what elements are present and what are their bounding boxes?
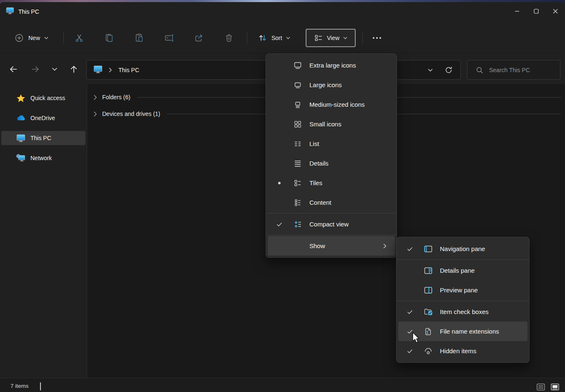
navigation-pane-icon — [422, 245, 435, 253]
menu-item-label: Navigation pane — [440, 245, 485, 252]
menu-item-show[interactable]: Show — [268, 236, 395, 256]
radio-selected-indicator — [268, 182, 291, 184]
menu-item-hidden-items[interactable]: Hidden items — [398, 341, 527, 361]
minimize-icon — [515, 9, 520, 14]
address-bar-actions — [421, 60, 458, 79]
menu-item-label: Large icons — [309, 81, 342, 88]
preview-pane-icon — [422, 286, 435, 294]
refresh-button[interactable] — [439, 62, 458, 78]
view-button-label: View — [327, 35, 339, 41]
large-icons-icon — [291, 81, 304, 89]
monitor-icon — [16, 134, 25, 142]
search-icon — [476, 66, 483, 74]
sidebar-item-label: OneDrive — [30, 115, 55, 121]
sidebar-item-network[interactable]: Network — [1, 151, 85, 165]
chevron-down-icon — [427, 67, 434, 73]
address-dropdown-button[interactable] — [421, 62, 439, 78]
star-icon — [16, 94, 25, 103]
submenu-chevron-icon — [382, 243, 387, 249]
menu-item-item-check-boxes[interactable]: Item check boxes — [398, 302, 527, 322]
details-view-icon — [536, 383, 545, 391]
up-arrow-icon — [69, 64, 79, 74]
menu-item-label: Hidden items — [440, 347, 477, 354]
menu-item-content[interactable]: Content — [268, 193, 395, 212]
toolbar-separator — [247, 32, 247, 44]
menu-item-list[interactable]: List — [268, 134, 395, 153]
menu-item-tiles[interactable]: Tiles — [268, 173, 395, 193]
copy-button[interactable] — [101, 30, 118, 46]
menu-item-compact-view[interactable]: Compact view — [268, 214, 395, 234]
bullet-icon — [278, 182, 281, 184]
maximize-icon — [534, 9, 539, 14]
search-input[interactable] — [489, 67, 552, 73]
menu-item-details[interactable]: Details — [268, 153, 395, 173]
menu-item-label: Compact view — [309, 221, 349, 228]
group-label[interactable]: Folders (6) — [102, 94, 131, 101]
titlebar: This PC — [0, 2, 565, 20]
new-button-label: New — [28, 35, 40, 41]
menu-item-label: File name extensions — [440, 328, 499, 335]
collapse-chevron-icon[interactable] — [93, 111, 98, 117]
hidden-items-icon — [422, 347, 435, 355]
menu-item-large-icons[interactable]: Large icons — [268, 75, 395, 95]
minimize-button[interactable] — [507, 2, 527, 20]
sidebar-item-onedrive[interactable]: OneDrive — [1, 111, 85, 125]
sort-button[interactable]: Sort — [254, 30, 294, 46]
this-pc-window-icon — [6, 7, 14, 16]
onedrive-cloud-icon — [16, 114, 25, 122]
group-label[interactable]: Devices and drives (1) — [102, 111, 160, 117]
menu-item-label: Preview pane — [440, 286, 478, 294]
paste-icon — [134, 33, 144, 43]
menu-separator — [397, 301, 529, 301]
new-button[interactable]: New — [10, 30, 53, 46]
chevron-down-icon — [51, 65, 58, 73]
collapse-chevron-icon[interactable] — [93, 95, 98, 100]
sidebar-item-quick-access[interactable]: Quick access — [1, 91, 85, 105]
sidebar-item-this-pc[interactable]: This PC — [1, 131, 85, 145]
menu-item-small-icons[interactable]: Small icons — [268, 114, 395, 134]
close-button[interactable] — [546, 2, 565, 20]
menu-separator — [266, 235, 397, 235]
copy-icon — [104, 33, 114, 43]
paste-button[interactable] — [131, 30, 148, 46]
cut-icon — [74, 33, 84, 43]
details-view-toggle-button[interactable] — [535, 381, 547, 392]
breadcrumb-location[interactable]: This PC — [118, 67, 139, 73]
more-options-button[interactable] — [369, 30, 385, 46]
checkmark-icon — [398, 309, 422, 315]
navigation-pane: Quick access OneDrive This PC Network — [0, 84, 87, 378]
chevron-down-icon — [343, 37, 347, 40]
menu-item-label: List — [309, 140, 319, 147]
forward-button[interactable] — [28, 62, 43, 77]
search-box[interactable] — [467, 60, 560, 80]
up-button[interactable] — [66, 62, 81, 77]
cut-button[interactable] — [71, 30, 88, 46]
menu-item-label: Small icons — [309, 121, 342, 128]
large-thumbnails-toggle-button[interactable] — [549, 381, 561, 392]
toolbar-separator — [362, 32, 363, 44]
large-thumbnails-icon — [550, 383, 560, 391]
file-name-extensions-icon — [422, 327, 435, 336]
menu-item-extra-large-icons[interactable]: Extra large icons — [268, 55, 395, 75]
menu-item-preview-pane[interactable]: Preview pane — [398, 280, 527, 300]
back-button[interactable] — [6, 62, 21, 77]
view-dropdown-menu: Extra large icons Large icons Medium-siz… — [266, 53, 397, 258]
menu-item-details-pane[interactable]: Details pane — [398, 261, 527, 280]
sort-button-label: Sort — [271, 35, 282, 41]
item-check-boxes-icon — [422, 308, 435, 316]
maximize-button[interactable] — [527, 2, 546, 20]
view-button[interactable]: View — [306, 29, 356, 47]
share-button[interactable] — [191, 30, 207, 46]
command-toolbar: New Sort View — [0, 20, 565, 53]
mouse-cursor — [411, 332, 421, 344]
back-arrow-icon — [8, 64, 18, 74]
delete-button[interactable] — [221, 30, 237, 46]
menu-item-navigation-pane[interactable]: Navigation pane — [398, 239, 527, 259]
view-icon — [314, 33, 323, 43]
network-icon — [16, 154, 25, 162]
rename-button[interactable] — [161, 30, 178, 46]
menu-item-medium-sized-icons[interactable]: Medium-sized icons — [268, 95, 395, 114]
recent-locations-button[interactable] — [47, 62, 62, 77]
chevron-down-icon — [44, 37, 48, 40]
details-pane-icon — [422, 266, 435, 275]
